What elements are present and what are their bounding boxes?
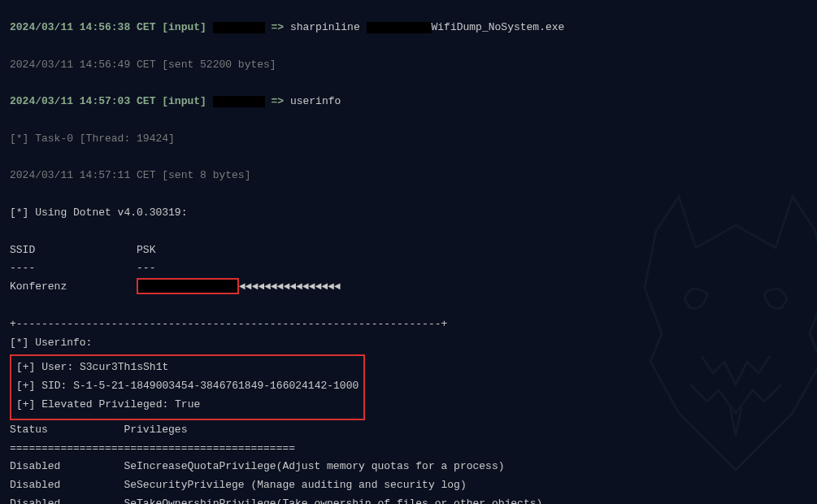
spacer: [10, 75, 807, 92]
userinfo-highlight-block: [+] User: S3cur3Th1sSh1t [+] SID: S-1-5-…: [10, 354, 365, 419]
arrow: =>: [265, 95, 290, 107]
psk-sep: ---: [137, 262, 155, 274]
ssid-header: SSID: [10, 244, 35, 256]
privilege-row: Disabled SeIncreaseQuotaPrivilege(Adjust…: [10, 458, 807, 476]
spacer: [10, 112, 807, 129]
spacer: [10, 186, 807, 203]
input-line-2: 2024/03/11 14:57:03 CET [input] => useri…: [10, 93, 807, 111]
table-sep: ---- ---: [10, 260, 807, 277]
psk-header: PSK: [137, 244, 155, 256]
command-text: userinfo: [290, 95, 341, 107]
table-header: SSID PSK: [10, 242, 807, 259]
ssid-sep: ----: [10, 262, 35, 274]
task-thread-line: [*] Task-0 [Thread: 19424]: [10, 131, 807, 148]
status-header: Status Privileges: [10, 422, 807, 439]
spacer: [10, 38, 807, 55]
privilege-row: Disabled SeTakeOwnershipPrivilege(Take o…: [10, 496, 807, 504]
redacted-box: [367, 22, 432, 33]
sent-line-1: 2024/03/11 14:56:49 CET [sent 52200 byte…: [10, 57, 807, 74]
sid-line: [+] SID: S-1-5-21-1849003454-3846761849-…: [16, 378, 359, 395]
input-line-1: 2024/03/11 14:56:38 CET [input] => sharp…: [10, 20, 807, 37]
sent-line-2: 2024/03/11 14:57:11 CET [sent 8 bytes]: [10, 167, 807, 185]
arrow: =>: [265, 21, 290, 33]
redacted-box: [213, 96, 265, 107]
userinfo-header: [*] Userinfo:: [10, 335, 807, 352]
elevated-line: [+] Elevated Privileged: True: [16, 397, 359, 414]
privileges-list: Disabled SeIncreaseQuotaPrivilege(Adjust…: [10, 458, 807, 504]
dotnet-line: [*] Using Dotnet v4.0.30319:: [10, 205, 807, 222]
spacer: [10, 298, 807, 315]
divider-line: +---------------------------------------…: [10, 316, 807, 333]
redacted-box: [213, 22, 265, 33]
equals-line: ========================================…: [10, 441, 807, 458]
highlight-pointer-icon: ◄◄◄◄◄◄◄◄◄◄◄◄◄◄◄◄: [239, 280, 341, 293]
user-line: [+] User: S3cur3Th1sSh1t: [16, 359, 359, 376]
spacer: [10, 150, 807, 167]
timestamp-input: 2024/03/11 14:56:38 CET [input]: [10, 21, 206, 33]
ssid-name: Konferenz: [10, 280, 67, 293]
ssid-row: Konferenz ◄◄◄◄◄◄◄◄◄◄◄◄◄◄◄◄: [10, 279, 807, 296]
exe-name: WifiDump_NoSystem.exe: [432, 21, 565, 33]
spacer: [10, 224, 807, 241]
privilege-row: Disabled SeSecurityPrivilege (Manage aud…: [10, 477, 807, 494]
psk-redacted-box: [137, 278, 239, 294]
terminal-output: 2024/03/11 14:56:38 CET [input] => sharp…: [0, 0, 817, 504]
timestamp-input: 2024/03/11 14:57:03 CET [input]: [10, 95, 206, 107]
command-text: sharpinline: [290, 21, 360, 33]
